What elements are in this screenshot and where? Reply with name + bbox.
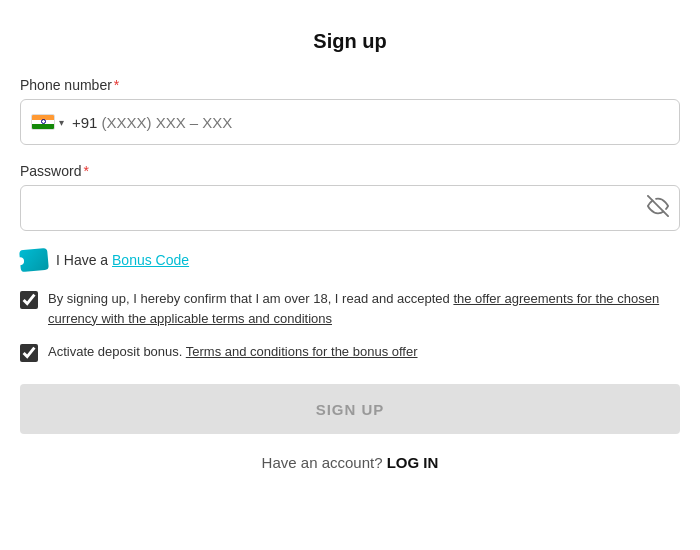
phone-input[interactable] [101, 114, 669, 131]
phone-required-star: * [114, 77, 119, 93]
bonus-text: I Have a Bonus Code [56, 252, 189, 268]
password-label: Password* [20, 163, 680, 179]
bonus-row: I Have a Bonus Code [20, 249, 680, 271]
chevron-down-icon: ▾ [59, 117, 64, 128]
login-row: Have an account? LOG IN [20, 454, 680, 471]
phone-label: Phone number* [20, 77, 680, 93]
deposit-bonus-checkbox[interactable] [20, 344, 38, 362]
signup-button[interactable]: SIGN UP [20, 384, 680, 434]
bonus-terms-link[interactable]: Terms and conditions for the bonus offer [186, 344, 418, 359]
country-selector[interactable]: ▾ [31, 114, 64, 130]
age-confirm-checkbox[interactable] [20, 291, 38, 309]
login-link[interactable]: LOG IN [387, 454, 439, 471]
password-input[interactable] [31, 200, 647, 217]
signup-card: Sign up Phone number* ▾ +91 Password* [0, 0, 700, 550]
age-confirm-row: By signing up, I hereby confirm that I a… [20, 289, 680, 328]
country-code: +91 [72, 114, 97, 131]
toggle-password-icon[interactable] [647, 195, 669, 222]
password-field-wrapper [20, 185, 680, 231]
age-confirm-label: By signing up, I hereby confirm that I a… [48, 289, 680, 328]
page-title: Sign up [20, 30, 680, 53]
phone-field-wrapper: ▾ +91 [20, 99, 680, 145]
deposit-bonus-row: Activate deposit bonus. Terms and condit… [20, 342, 680, 362]
deposit-bonus-label: Activate deposit bonus. Terms and condit… [48, 342, 418, 362]
password-required-star: * [83, 163, 88, 179]
bonus-code-link[interactable]: Bonus Code [112, 252, 189, 268]
bonus-ticket-icon [19, 248, 49, 272]
india-flag [31, 114, 55, 130]
